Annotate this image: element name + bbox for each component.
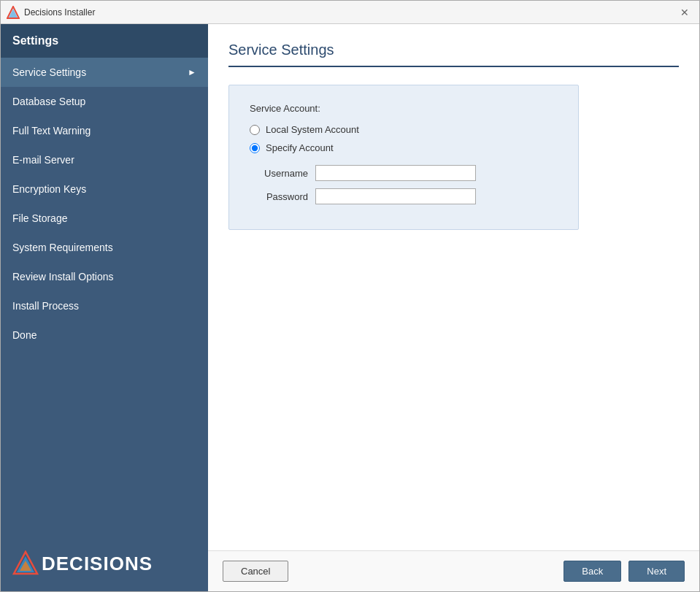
service-settings-box: Service Account: Local System Account Sp… xyxy=(228,85,579,230)
radio-label-local-system: Local System Account xyxy=(266,124,359,135)
sidebar-label-file-storage: File Storage xyxy=(12,212,67,224)
radio-local-system[interactable] xyxy=(250,125,260,135)
decisions-logo-icon xyxy=(12,550,39,577)
content-main: Service Settings Service Account: Local … xyxy=(208,24,699,550)
sidebar-header: Settings xyxy=(1,24,208,58)
sidebar-item-email-server[interactable]: E-mail Server xyxy=(1,145,208,174)
main-window: Decisions Installer ✕ Settings Service S… xyxy=(0,0,700,592)
password-label: Password xyxy=(250,191,308,202)
back-button[interactable]: Back xyxy=(564,561,621,582)
sidebar-label-done: Done xyxy=(12,329,36,341)
sidebar-label-service-settings: Service Settings xyxy=(12,66,86,78)
username-label: Username xyxy=(250,168,308,179)
radio-option-local-system[interactable]: Local System Account xyxy=(250,124,558,135)
radio-specify-account[interactable] xyxy=(250,143,260,153)
chevron-right-icon: ► xyxy=(188,67,196,77)
main-content: Settings Service Settings ► Database Set… xyxy=(1,24,699,591)
content-area: Service Settings Service Account: Local … xyxy=(208,24,699,591)
sidebar-item-system-requirements[interactable]: System Requirements xyxy=(1,233,208,262)
cancel-button[interactable]: Cancel xyxy=(223,561,288,582)
username-input[interactable] xyxy=(315,165,476,181)
page-title: Service Settings xyxy=(228,42,679,67)
sidebar-item-database-setup[interactable]: Database Setup xyxy=(1,87,208,116)
radio-group-account-type: Local System Account Specify Account xyxy=(250,124,558,153)
sidebar-item-full-text-warning[interactable]: Full Text Warning xyxy=(1,116,208,145)
radio-label-specify-account: Specify Account xyxy=(266,142,334,153)
sidebar-logo: DECISIONS xyxy=(1,536,208,591)
sidebar-item-review-install-options[interactable]: Review Install Options xyxy=(1,262,208,291)
sidebar-label-database-setup: Database Setup xyxy=(12,96,85,107)
app-icon xyxy=(7,6,20,19)
title-bar-text: Decisions Installer xyxy=(24,7,95,18)
sidebar-label-review-install-options: Review Install Options xyxy=(12,271,114,282)
sidebar: Settings Service Settings ► Database Set… xyxy=(1,24,208,591)
footer: Cancel Back Next xyxy=(208,550,699,591)
title-bar-left: Decisions Installer xyxy=(7,6,95,19)
sidebar-item-encryption-keys[interactable]: Encryption Keys xyxy=(1,174,208,204)
username-row: Username xyxy=(250,165,558,181)
password-input[interactable] xyxy=(315,188,476,204)
next-button[interactable]: Next xyxy=(628,561,685,582)
sidebar-label-install-process: Install Process xyxy=(12,300,79,312)
close-button[interactable]: ✕ xyxy=(676,4,693,21)
sidebar-label-full-text-warning: Full Text Warning xyxy=(12,125,91,137)
sidebar-label-encryption-keys: Encryption Keys xyxy=(12,183,86,195)
password-row: Password xyxy=(250,188,558,204)
logo-text: DECISIONS xyxy=(42,553,153,575)
title-bar: Decisions Installer ✕ xyxy=(1,1,699,24)
sidebar-label-email-server: E-mail Server xyxy=(12,154,74,166)
service-account-label: Service Account: xyxy=(250,103,558,114)
sidebar-item-service-settings[interactable]: Service Settings ► xyxy=(1,58,208,87)
radio-option-specify-account[interactable]: Specify Account xyxy=(250,142,558,153)
sidebar-item-done[interactable]: Done xyxy=(1,320,208,350)
sidebar-label-system-requirements: System Requirements xyxy=(12,242,113,253)
sidebar-item-install-process[interactable]: Install Process xyxy=(1,291,208,320)
sidebar-item-file-storage[interactable]: File Storage xyxy=(1,204,208,233)
footer-right: Back Next xyxy=(564,561,685,582)
